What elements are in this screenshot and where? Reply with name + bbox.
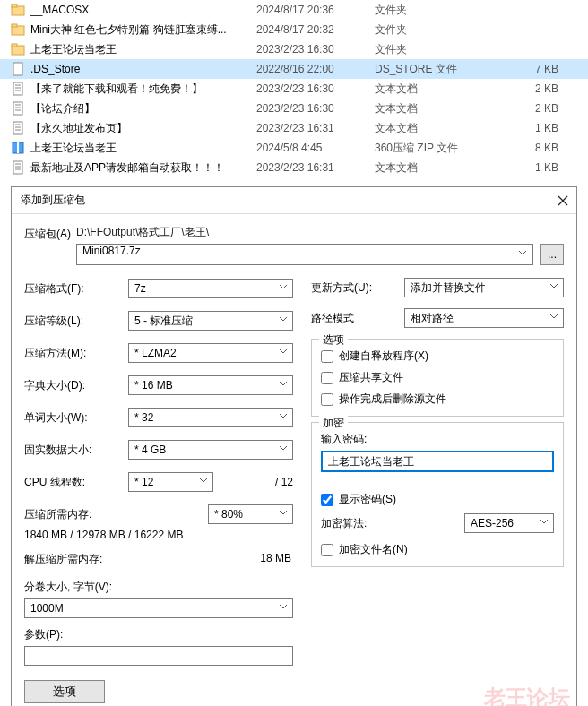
- file-row[interactable]: __MACOSX 2024/8/17 20:36 文件夹: [0, 0, 588, 20]
- mem-c-label: 压缩所需内存:: [24, 507, 128, 522]
- file-row[interactable]: 【永久地址发布页】 2023/2/23 16:31 文本文档 1 KB: [0, 118, 588, 138]
- file-type: 文本文档: [375, 121, 514, 136]
- dict-select[interactable]: * 16 MB: [128, 375, 293, 395]
- svg-rect-1: [12, 4, 17, 7]
- chevron-down-icon: [199, 476, 208, 485]
- file-date: 2022/8/16 22:00: [256, 63, 375, 75]
- file-date: 2023/2/23 16:30: [256, 43, 375, 56]
- file-size: 7 KB: [514, 63, 567, 75]
- file-name: 最新地址及APP请发邮箱自动获取！！！: [30, 160, 256, 176]
- file-date: 2024/8/17 20:32: [256, 23, 375, 36]
- method-label: 压缩方法(M):: [24, 346, 128, 361]
- split-label: 分卷大小, 字节(V):: [24, 580, 293, 595]
- file-row[interactable]: 最新地址及APP请发邮箱自动获取！！！ 2023/2/23 16:31 文本文档…: [0, 158, 588, 177]
- file-name: 【永久地址发布页】: [30, 121, 256, 136]
- file-type: 文件夹: [375, 42, 514, 57]
- level-select[interactable]: 5 - 标准压缩: [128, 311, 293, 331]
- chevron-down-icon: [540, 517, 549, 526]
- password-input[interactable]: [321, 451, 554, 472]
- sfx-checkbox[interactable]: [321, 350, 333, 363]
- pathmode-select[interactable]: 相对路径: [404, 308, 564, 328]
- file-type: 360压缩 ZIP 文件: [375, 141, 514, 156]
- file-date: 2023/2/23 16:31: [256, 161, 375, 174]
- format-label: 压缩格式(F):: [24, 281, 128, 297]
- svg-rect-7: [13, 82, 22, 95]
- file-size: 2 KB: [514, 82, 567, 95]
- file-date: 2023/2/23 16:30: [256, 102, 375, 115]
- file-type: 文本文档: [375, 160, 514, 176]
- file-row[interactable]: 【论坛介绍】 2023/2/23 16:30 文本文档 2 KB: [0, 99, 588, 118]
- options-group: 选项 创建自释放程序(X) 压缩共享文件 操作完成后删除源文件: [311, 339, 564, 417]
- text-file-icon: [11, 82, 25, 96]
- chevron-down-icon: [279, 314, 288, 323]
- word-select[interactable]: * 32: [128, 408, 293, 427]
- chevron-down-icon: [549, 281, 558, 290]
- file-row[interactable]: 上老王论坛当老王 2024/5/8 4:45 360压缩 ZIP 文件 8 KB: [0, 138, 588, 158]
- alg-label: 加密算法:: [321, 516, 464, 531]
- folder-icon: [11, 22, 25, 37]
- folder-icon: [11, 3, 25, 17]
- text-file-icon: [11, 101, 25, 116]
- file-name: .DS_Store: [30, 63, 256, 75]
- file-row[interactable]: .DS_Store 2022/8/16 22:00 DS_STORE 文件 7 …: [0, 59, 588, 79]
- threads-select[interactable]: * 12: [128, 472, 213, 492]
- chevron-down-icon: [279, 379, 288, 388]
- chevron-down-icon: [279, 602, 288, 611]
- encname-checkbox[interactable]: [321, 544, 333, 556]
- method-select[interactable]: * LZMA2: [128, 343, 293, 363]
- update-label: 更新方式(U):: [311, 280, 404, 296]
- svg-rect-11: [13, 102, 22, 115]
- file-row[interactable]: 【来了就能下载和观看！纯免费！】 2023/2/23 16:30 文本文档 2 …: [0, 79, 588, 99]
- archive-path: D:\FFOutput\格式工厂\老王\: [76, 225, 564, 240]
- word-label: 单词大小(W):: [24, 410, 128, 426]
- archive-name-select[interactable]: Mini0817.7z: [76, 244, 533, 265]
- solid-select[interactable]: * 4 GB: [128, 440, 293, 460]
- threads-label: CPU 线程数:: [24, 475, 128, 490]
- file-name: 【论坛介绍】: [30, 101, 256, 116]
- showpwd-checkbox-row[interactable]: 显示密码(S): [321, 492, 554, 507]
- file-name: 上老王论坛当老王: [30, 42, 256, 57]
- file-size: 1 KB: [514, 161, 567, 174]
- chevron-down-icon: [549, 312, 558, 321]
- alg-select[interactable]: AES-256: [464, 513, 554, 533]
- showpwd-checkbox[interactable]: [321, 494, 333, 506]
- file-type: 文件夹: [375, 3, 514, 18]
- params-label: 参数(P):: [24, 627, 293, 642]
- dialog-titlebar: 添加到压缩包: [12, 187, 576, 214]
- update-select[interactable]: 添加并替换文件: [404, 278, 564, 297]
- chevron-down-icon: [518, 248, 527, 257]
- threads-max: / 12: [213, 476, 293, 488]
- text-file-icon: [11, 121, 25, 135]
- file-name: Mini大神 红色七夕特别篇 狗链肛塞束缚...: [30, 22, 256, 38]
- file-type: 文本文档: [375, 101, 514, 116]
- chevron-down-icon: [279, 508, 288, 517]
- svg-rect-6: [13, 63, 22, 75]
- encname-checkbox-row[interactable]: 加密文件名(N): [321, 542, 554, 557]
- sfx-checkbox-row[interactable]: 创建自释放程序(X): [321, 349, 554, 364]
- mem-d-value: 18 MB: [128, 552, 293, 567]
- dict-label: 字典大小(D):: [24, 378, 128, 393]
- shared-checkbox-row[interactable]: 压缩共享文件: [321, 370, 554, 385]
- file-row[interactable]: Mini大神 红色七夕特别篇 狗链肛塞束缚... 2024/8/17 20:32…: [0, 20, 588, 39]
- format-select[interactable]: 7z: [128, 279, 293, 298]
- file-row[interactable]: 上老王论坛当老王 2023/2/23 16:30 文件夹: [0, 39, 588, 59]
- mem-d-label: 解压缩所需内存:: [24, 552, 128, 567]
- split-select[interactable]: 1000M: [24, 598, 293, 618]
- delete-checkbox[interactable]: [321, 393, 333, 406]
- close-button[interactable]: [557, 194, 569, 207]
- chevron-down-icon: [279, 282, 288, 291]
- file-type: 文本文档: [375, 82, 514, 97]
- file-date: 2024/5/8 4:45: [256, 142, 375, 154]
- browse-button[interactable]: ...: [540, 244, 564, 265]
- mem-percent-select[interactable]: * 80%: [208, 504, 293, 524]
- text-file-icon: [11, 160, 25, 175]
- params-input[interactable]: [24, 646, 293, 666]
- shared-checkbox[interactable]: [321, 372, 333, 384]
- svg-rect-5: [12, 44, 17, 47]
- delete-checkbox-row[interactable]: 操作完成后删除源文件: [321, 392, 554, 407]
- level-label: 压缩等级(L):: [24, 314, 128, 329]
- pathmode-label: 路径模式: [311, 311, 404, 326]
- encrypt-group-title: 加密: [319, 416, 348, 431]
- file-name: __MACOSX: [30, 4, 256, 16]
- options-button[interactable]: 选项: [24, 680, 105, 703]
